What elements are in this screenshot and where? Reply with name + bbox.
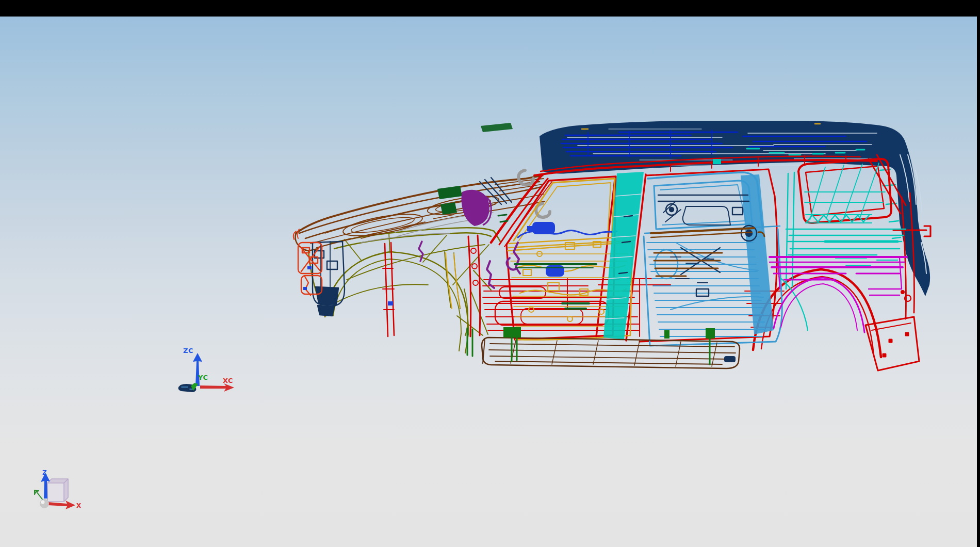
graphics-viewport[interactable]: ZC YC XC Z X <box>0 17 977 547</box>
view-y-axis[interactable] <box>35 490 43 501</box>
view-cube[interactable] <box>47 479 68 502</box>
view-z-label: Z <box>42 469 47 476</box>
rear-door-internals <box>658 195 757 296</box>
rear-quarter-wireframe[interactable] <box>779 163 906 330</box>
hood-wireframe[interactable] <box>295 175 545 251</box>
view-origin-ball[interactable] <box>40 499 49 508</box>
front-bumper-bracket[interactable] <box>293 229 322 295</box>
model-canvas[interactable]: ZC YC XC Z X <box>0 17 977 547</box>
wcs-x-arrow[interactable] <box>200 383 234 392</box>
wcs-y-label: YC <box>198 374 208 381</box>
latch-teal-part <box>713 159 721 164</box>
rocker-wireframe[interactable] <box>482 337 740 368</box>
ball-highlight <box>41 501 45 504</box>
view-x-label: X <box>76 502 81 509</box>
cad-application-window: ZC YC XC Z X <box>0 0 980 547</box>
roof-wireframe[interactable] <box>540 121 930 296</box>
top-black-bar <box>0 0 980 17</box>
right-black-bar <box>977 0 980 547</box>
wcs-z-label: ZC <box>183 347 193 355</box>
wcs-x-label: XC <box>223 377 233 384</box>
view-orientation-triad[interactable]: Z X <box>35 469 81 509</box>
